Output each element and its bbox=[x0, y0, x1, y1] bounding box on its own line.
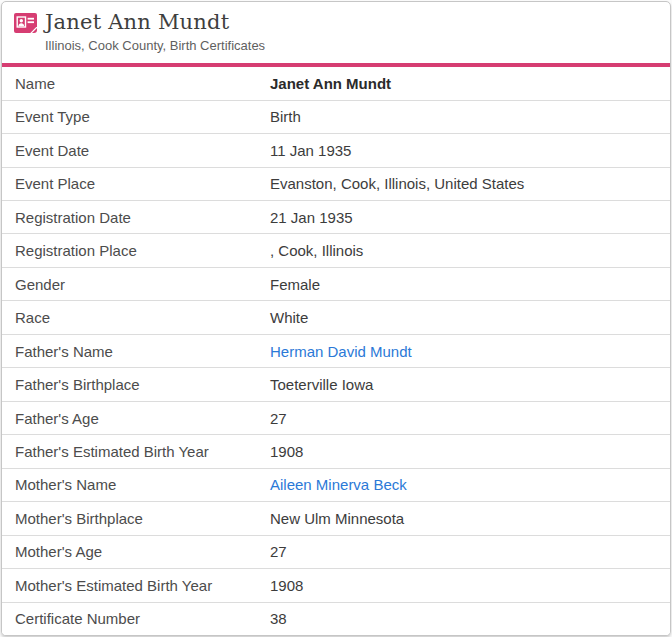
record-field-row: Registration Place , Cook, Illinois bbox=[2, 233, 670, 266]
person-link[interactable]: Herman David Mundt bbox=[270, 343, 412, 360]
field-label: Mother's Age bbox=[2, 543, 270, 560]
field-label: Mother's Name bbox=[2, 476, 270, 493]
field-label: Father's Name bbox=[2, 343, 270, 360]
field-label: Father's Age bbox=[2, 410, 270, 427]
record-card-icon bbox=[14, 13, 37, 33]
record-field-row: Father's Age 27 bbox=[2, 401, 670, 434]
field-value: Evanston, Cook, Illinois, United States bbox=[270, 175, 524, 192]
field-value: Toeterville Iowa bbox=[270, 376, 373, 393]
record-field-row: Mother's Estimated Birth Year 1908 bbox=[2, 568, 670, 601]
field-label: Mother's Birthplace bbox=[2, 510, 270, 527]
field-label: Registration Date bbox=[2, 209, 270, 226]
record-field-row: Race White bbox=[2, 300, 670, 333]
record-field-row: Event Place Evanston, Cook, Illinois, Un… bbox=[2, 167, 670, 200]
record-field-row: Father's Birthplace Toeterville Iowa bbox=[2, 367, 670, 400]
collection-subtitle: Illinois, Cook County, Birth Certificate… bbox=[45, 38, 658, 53]
field-value: , Cook, Illinois bbox=[270, 242, 363, 259]
field-value: 1908 bbox=[270, 577, 303, 594]
field-value: 38 bbox=[270, 610, 287, 627]
field-label: Event Type bbox=[2, 108, 270, 125]
field-label: Race bbox=[2, 309, 270, 326]
field-label: Certificate Number bbox=[2, 610, 270, 627]
field-label: Registration Place bbox=[2, 242, 270, 259]
record-table: Name Janet Ann Mundt Event Type Birth Ev… bbox=[2, 67, 670, 635]
field-label: Mother's Estimated Birth Year bbox=[2, 577, 270, 594]
record-field-row: Registration Date 21 Jan 1935 bbox=[2, 200, 670, 233]
field-value: 21 Jan 1935 bbox=[270, 209, 353, 226]
record-field-row: Father's Estimated Birth Year 1908 bbox=[2, 434, 670, 467]
field-value: Female bbox=[270, 276, 320, 293]
field-value: 11 Jan 1935 bbox=[270, 142, 351, 159]
field-value: 27 bbox=[270, 543, 287, 560]
record-field-row: Father's Name Herman David Mundt bbox=[2, 334, 670, 367]
field-label: Event Place bbox=[2, 175, 270, 192]
record-field-row: Gender Female bbox=[2, 267, 670, 300]
record-field-row: Mother's Name Aileen Minerva Beck bbox=[2, 468, 670, 501]
field-value: 27 bbox=[270, 410, 287, 427]
record-field-row: Mother's Birthplace New Ulm Minnesota bbox=[2, 501, 670, 534]
field-value: 1908 bbox=[270, 443, 303, 460]
record-card: Janet Ann Mundt Illinois, Cook County, B… bbox=[1, 1, 671, 636]
field-value: Birth bbox=[270, 108, 301, 125]
record-field-row: Event Date 11 Jan 1935 bbox=[2, 133, 670, 166]
record-field-row: Certificate Number 38 bbox=[2, 602, 670, 635]
field-label: Name bbox=[2, 75, 270, 92]
field-value: Janet Ann Mundt bbox=[270, 75, 391, 92]
record-field-row: Mother's Age 27 bbox=[2, 535, 670, 568]
field-value: White bbox=[270, 309, 308, 326]
person-link[interactable]: Aileen Minerva Beck bbox=[270, 476, 407, 493]
record-header: Janet Ann Mundt Illinois, Cook County, B… bbox=[2, 2, 670, 63]
field-label: Gender bbox=[2, 276, 270, 293]
record-field-row: Event Type Birth bbox=[2, 100, 670, 133]
field-label: Father's Estimated Birth Year bbox=[2, 443, 270, 460]
page-title: Janet Ann Mundt bbox=[45, 11, 229, 34]
field-label: Event Date bbox=[2, 142, 270, 159]
field-value: New Ulm Minnesota bbox=[270, 510, 404, 527]
record-field-row: Name Janet Ann Mundt bbox=[2, 67, 670, 99]
field-label: Father's Birthplace bbox=[2, 376, 270, 393]
